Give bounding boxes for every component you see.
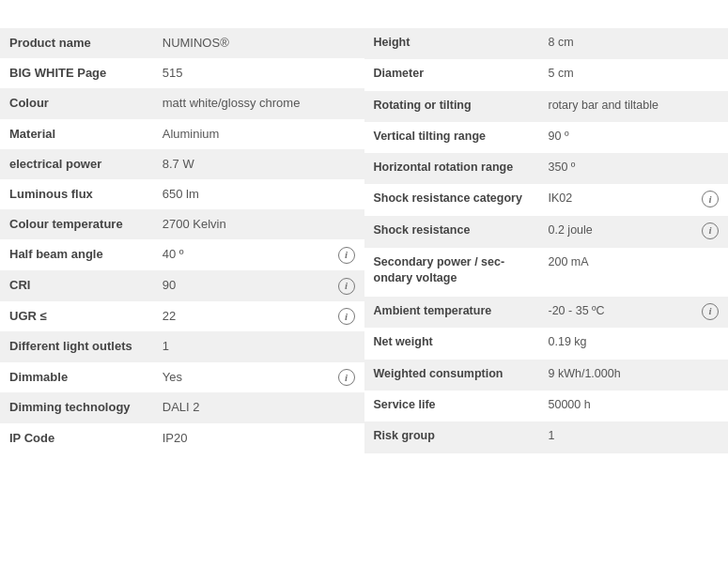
row-label: Weighted consumption xyxy=(364,360,539,391)
row-label: Net weight xyxy=(364,328,539,359)
info-icon[interactable]: i xyxy=(338,369,355,386)
row-label: Half beam angle xyxy=(0,239,153,270)
row-value: Aluminium xyxy=(153,119,328,149)
info-icon[interactable]: i xyxy=(702,303,719,320)
table-row: Horizontal rotation range350 º xyxy=(364,153,729,184)
row-info xyxy=(328,119,364,149)
info-icon[interactable]: i xyxy=(702,191,719,207)
table-row: Half beam angle40 ºi xyxy=(0,239,364,270)
row-info xyxy=(328,209,364,239)
table-row: Secondary power / sec-ondary voltage200 … xyxy=(364,248,729,297)
table-row: Diameter5 cm xyxy=(364,59,729,90)
row-value: IK02 xyxy=(539,184,692,216)
row-label: Secondary power / sec-ondary voltage xyxy=(364,248,539,297)
row-info: i xyxy=(691,184,728,216)
table-row: Rotating or tiltingrotary bar and tiltab… xyxy=(364,91,729,122)
row-info xyxy=(691,153,728,184)
row-label: electrical power xyxy=(0,149,153,179)
row-value: NUMINOS® xyxy=(153,28,328,58)
row-info xyxy=(691,91,728,122)
row-value: DALI 2 xyxy=(153,392,328,422)
row-value: -20 - 35 ºC xyxy=(539,297,692,329)
row-value: 50000 h xyxy=(539,391,692,421)
row-value: IP20 xyxy=(153,423,328,453)
table-row: Different light outlets1 xyxy=(0,331,364,361)
left-table: Product nameNUMINOS®BIG WHITE Page515Col… xyxy=(0,28,364,453)
row-info xyxy=(328,149,364,179)
row-label: Vertical tilting range xyxy=(364,122,539,153)
row-info xyxy=(328,423,364,453)
row-value: 1 xyxy=(153,331,328,361)
row-value: 40 º xyxy=(153,239,328,270)
row-label: Shock resistance xyxy=(364,216,539,248)
row-info xyxy=(328,28,364,58)
info-icon[interactable]: i xyxy=(702,222,719,239)
row-value: 0.2 joule xyxy=(539,216,692,248)
table-row: Colourmatt white/glossy chrome xyxy=(0,88,364,118)
row-info xyxy=(691,391,728,421)
row-value: 515 xyxy=(153,58,328,88)
row-label: CRI xyxy=(0,270,153,301)
row-value: 22 xyxy=(153,301,328,332)
table-row: Net weight0.19 kg xyxy=(364,328,729,359)
row-label: IP Code xyxy=(0,423,153,453)
row-info xyxy=(691,28,728,59)
table-row: Ambient temperature-20 - 35 ºCi xyxy=(364,297,729,329)
table-row: CRI90i xyxy=(0,270,364,301)
row-value: 8 cm xyxy=(539,28,692,59)
table-row: Height8 cm xyxy=(364,28,729,59)
row-info xyxy=(691,421,728,452)
row-info xyxy=(691,59,728,90)
row-label: Luminous flux xyxy=(0,179,153,209)
row-value: 2700 Kelvin xyxy=(153,209,328,239)
info-icon[interactable]: i xyxy=(338,247,355,264)
table-row: IP CodeIP20 xyxy=(0,423,364,453)
row-info xyxy=(328,58,364,88)
tables-container: Product nameNUMINOS®BIG WHITE Page515Col… xyxy=(0,28,728,453)
row-info xyxy=(328,331,364,361)
table-row: Product nameNUMINOS® xyxy=(0,28,364,58)
table-row: BIG WHITE Page515 xyxy=(0,58,364,88)
table-row: electrical power8.7 W xyxy=(0,149,364,179)
table-row: DimmableYesi xyxy=(0,362,364,393)
row-label: Material xyxy=(0,119,153,149)
row-value: rotary bar and tiltable xyxy=(539,91,692,122)
row-label: Risk group xyxy=(364,421,539,452)
table-row: MaterialAluminium xyxy=(0,119,364,149)
row-value: 1 xyxy=(539,421,692,452)
table-row: Luminous flux650 lm xyxy=(0,179,364,209)
table-row: Colour temperature2700 Kelvin xyxy=(0,209,364,239)
page-container: Product nameNUMINOS®BIG WHITE Page515Col… xyxy=(0,0,728,453)
row-info: i xyxy=(691,297,728,329)
row-label: Ambient temperature xyxy=(364,297,539,329)
row-label: Rotating or tilting xyxy=(364,91,539,122)
info-icon[interactable]: i xyxy=(338,308,355,325)
table-row: UGR ≤22i xyxy=(0,301,364,332)
row-label: Colour xyxy=(0,88,153,118)
row-info xyxy=(691,360,728,391)
table-row: Shock resistance0.2 joulei xyxy=(364,216,729,248)
row-label: Service life xyxy=(364,391,539,421)
row-label: Shock resistance category xyxy=(364,184,539,216)
row-info: i xyxy=(328,362,364,393)
row-value: 9 kWh/1.000h xyxy=(539,360,692,391)
row-label: Product name xyxy=(0,28,153,58)
row-info xyxy=(691,328,728,359)
row-info: i xyxy=(328,270,364,301)
row-label: Different light outlets xyxy=(0,331,153,361)
row-info xyxy=(691,122,728,153)
row-info: i xyxy=(328,301,364,332)
table-row: Vertical tilting range90 º xyxy=(364,122,729,153)
row-label: Horizontal rotation range xyxy=(364,153,539,184)
row-label: UGR ≤ xyxy=(0,301,153,332)
row-label: BIG WHITE Page xyxy=(0,58,153,88)
row-value: 90 º xyxy=(539,122,692,153)
row-info: i xyxy=(328,239,364,270)
row-value: matt white/glossy chrome xyxy=(153,88,328,118)
row-label: Diameter xyxy=(364,59,539,90)
row-value: 350 º xyxy=(539,153,692,184)
row-label: Colour temperature xyxy=(0,209,153,239)
row-value: Yes xyxy=(153,362,328,393)
info-icon[interactable]: i xyxy=(338,278,355,295)
row-value: 5 cm xyxy=(539,59,692,90)
